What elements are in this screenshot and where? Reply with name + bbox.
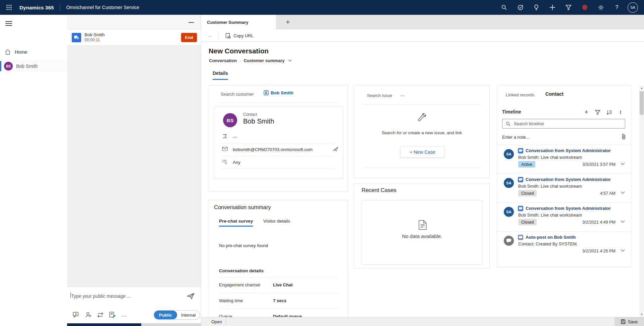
document-icon	[418, 220, 427, 230]
conversation-details-heading: Conversation details	[219, 268, 264, 273]
back-arrow-icon[interactable]: ←	[206, 32, 215, 40]
internal-toggle-button[interactable]: Internal	[177, 311, 200, 319]
search-icon	[506, 122, 511, 126]
transfer-icon[interactable]	[96, 311, 105, 319]
filter-icon[interactable]	[560, 0, 577, 15]
conversation-list-item[interactable]: Bob Smith 00:00:11 End	[67, 30, 201, 46]
search-icon[interactable]	[496, 0, 512, 15]
more-options-icon[interactable]: …	[120, 311, 129, 319]
presence-status-icon[interactable]	[577, 0, 593, 15]
search-issue-value[interactable]: ---	[400, 93, 405, 98]
entry-timestamp: 3/2/2021 4:25 PM	[582, 249, 615, 253]
consult-add-user-icon[interactable]	[84, 311, 93, 319]
paperclip-icon[interactable]	[622, 134, 626, 140]
save-button[interactable]: Save	[614, 317, 644, 326]
app-window: Dynamics 365 Omnichannel for Customer Se…	[0, 0, 644, 326]
mail-icon	[222, 147, 228, 151]
filter-icon[interactable]	[592, 108, 603, 117]
session-customer-name: Bob Smith	[85, 32, 105, 37]
checklist-icon	[222, 159, 227, 164]
copy-url-button[interactable]: Copy URL	[222, 31, 257, 40]
timeline-entry[interactable]: SA Conversation from System Administrato…	[497, 145, 631, 174]
entry-title: Conversation from System Administrator	[526, 148, 611, 153]
chevron-down-icon[interactable]	[621, 249, 625, 252]
session-timer: 00:00:11	[85, 38, 100, 42]
page-title: New Conversation	[209, 47, 269, 55]
timeline-entry[interactable]: SA Conversation from System Administrato…	[497, 174, 631, 202]
checkmark-circle-icon[interactable]	[512, 0, 528, 15]
plus-icon[interactable]	[544, 0, 560, 15]
help-icon[interactable]: ?	[609, 0, 625, 15]
scroll-down-arrow[interactable]: ▼	[639, 312, 644, 317]
chevron-down-icon[interactable]	[621, 220, 625, 223]
timeline-entry[interactable]: SA Conversation from System Administrato…	[497, 202, 631, 231]
sidebar-item-session-bob-smith[interactable]: BS Bob Smith	[0, 60, 67, 72]
contact-mini-card[interactable]: BS Contact Bob Smith --- bobsmith@CRM270…	[214, 107, 343, 179]
notes-icon[interactable]	[108, 311, 117, 319]
divider	[225, 319, 226, 324]
sidebar-item-home[interactable]: Home	[0, 46, 67, 58]
hamburger-menu-icon[interactable]	[4, 19, 13, 28]
save-icon	[621, 319, 626, 324]
chat-badge-icon	[518, 177, 523, 182]
horizontal-scrollbar[interactable]	[67, 323, 201, 326]
form-selector[interactable]: Customer summary	[244, 58, 284, 63]
entitlement-row: Any	[214, 156, 343, 169]
scroll-up-arrow[interactable]: ▲	[639, 86, 644, 91]
entry-subtitle: Bob Smith: Live chat workstream	[518, 213, 582, 218]
selected-indicator	[0, 61, 1, 71]
message-visibility-toggle: Public Internal	[154, 310, 200, 320]
tab-pre-chat-survey[interactable]: Pre-chat survey	[219, 219, 253, 227]
new-case-button[interactable]: + New Case	[400, 146, 444, 157]
add-record-icon[interactable]: +	[581, 108, 592, 117]
scrollbar-thumb[interactable]	[640, 91, 644, 115]
scrollbar-track	[141, 323, 201, 326]
separator-dot: ·	[239, 58, 241, 63]
chat-message-area	[67, 46, 201, 287]
lightbulb-icon[interactable]	[528, 0, 544, 15]
user-avatar[interactable]: SA	[628, 2, 638, 13]
customer-card: Search customer Bob Smith BS Contact Bob…	[209, 85, 348, 191]
timeline-entry[interactable]: Auto-post on Bob Smith Contact: Created …	[497, 231, 631, 260]
end-conversation-button[interactable]: End	[181, 33, 197, 42]
send-icon[interactable]	[187, 292, 195, 300]
chevron-down-icon[interactable]	[621, 191, 625, 194]
scrollbar-thumb	[67, 323, 141, 326]
detail-row: Waiting time 7 secs	[219, 293, 338, 309]
chevron-down-icon[interactable]	[288, 59, 292, 62]
tab-details[interactable]: Details	[213, 71, 228, 80]
chat-badge-icon	[518, 148, 523, 153]
issue-empty-text: Search for or create a new issue, and li…	[354, 130, 489, 135]
timeline-search-box	[502, 119, 625, 129]
contact-card-icon	[264, 90, 269, 95]
status-badge: Active	[518, 161, 535, 168]
tab-visitor-details[interactable]: Visitor details	[263, 219, 290, 224]
sort-icon[interactable]	[603, 108, 615, 117]
message-input[interactable]	[70, 293, 182, 299]
linked-records-value[interactable]: Contact	[545, 91, 564, 97]
public-toggle-button[interactable]: Public	[154, 311, 177, 319]
brand-title[interactable]: Dynamics 365	[19, 5, 54, 10]
minimize-icon[interactable]	[187, 19, 195, 26]
quick-replies-icon[interactable]	[72, 311, 80, 319]
section-title: Recent Cases	[362, 187, 396, 193]
vertical-scrollbar[interactable]: ▲ ▼	[639, 86, 644, 317]
timeline-search-input[interactable]	[513, 121, 625, 127]
add-tab-icon[interactable]: +	[280, 15, 295, 30]
settings-gear-icon[interactable]	[593, 0, 609, 15]
tab-customer-summary[interactable]: Customer Summary	[201, 15, 276, 30]
search-customer-label: Search customer	[221, 92, 254, 97]
empty-state-text: No pre-chat survey found	[219, 243, 268, 248]
email-value[interactable]: bobsmith@CRM270703.onmicrosoft.com	[233, 147, 313, 152]
send-email-icon[interactable]	[332, 147, 338, 151]
session-tab-strip: Customer Summary +	[201, 15, 644, 30]
detail-value: 7 secs	[273, 298, 286, 303]
chevron-down-icon[interactable]	[621, 162, 625, 165]
enter-note-field[interactable]: Enter a note...	[502, 135, 626, 140]
entry-timestamp: 3/3/2021 3:57 PM	[582, 162, 615, 167]
app-name[interactable]: Omnichannel for Customer Service	[66, 5, 139, 10]
more-vertical-icon[interactable]: ⋮	[615, 108, 626, 117]
customer-link[interactable]: Bob Smith	[264, 90, 293, 95]
entry-title: Auto-post on Bob Smith	[526, 235, 576, 240]
waffle-icon[interactable]	[5, 3, 13, 12]
